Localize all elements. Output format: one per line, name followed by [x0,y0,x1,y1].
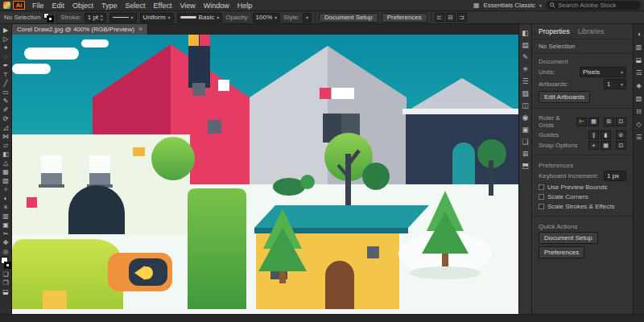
asset-export-panel-icon[interactable]: ⬒ [519,159,531,171]
stroke-swatch[interactable] [47,16,53,22]
magic-wand-tool[interactable]: ✶ [0,43,11,52]
variable-width-dropdown[interactable]: ▾ [109,13,137,23]
fill-stroke-swatches[interactable] [2,258,10,268]
snap-to-grid-icon[interactable]: ⊞ [604,118,614,126]
document-setup-button[interactable]: Document Setup [319,13,378,23]
eyedropper-tool[interactable]: ✧ [0,185,11,194]
direct-selection-tool[interactable]: ▷ [0,35,11,43]
document-tab[interactable]: Corel Draw2.jpg @ 400% (RGB/Preview) × [12,24,148,35]
menu-effect[interactable]: Effect [150,2,176,10]
checkbox-scale-corners[interactable]: Scale Corners [539,193,626,200]
checkbox-box[interactable] [539,184,544,190]
pixel-grid-icon[interactable]: ⊡ [616,118,626,126]
stroke-swatch[interactable] [5,262,10,268]
opacity-dropdown[interactable]: 100% ▾ [253,13,280,23]
style-dropdown[interactable]: ▾ [303,13,312,23]
menu-object[interactable]: Object [68,2,97,10]
layers-panel-icon[interactable]: ❏ [519,135,531,147]
scale-tool[interactable]: ◿ [0,123,11,132]
artboards-panel-icon[interactable]: ⊞ [519,147,531,159]
align-left-icon[interactable]: ⊏ [435,13,444,22]
quick-action-preferences[interactable]: Preferences [539,246,584,258]
selection-tool[interactable]: ▶ [0,26,11,35]
align-panel-icon[interactable]: ⊟ [634,105,644,118]
hand-tool[interactable]: ✥ [0,238,11,247]
keyboard-increment-input[interactable]: 1 px [604,171,626,181]
canvas[interactable] [12,35,518,314]
stroke-weight-input[interactable]: 1 pt ▴ ▾ [85,13,106,23]
draw-behind-mode-icon[interactable]: ❐ [0,279,11,287]
menu-file[interactable]: File [28,2,48,10]
blend-tool[interactable]: ◐ [0,194,11,203]
menu-window[interactable]: Window [200,2,233,10]
info-panel-icon[interactable]: ▥ [634,40,644,53]
checkbox-box[interactable] [539,194,544,200]
rotate-tool[interactable]: ⟳ [0,114,11,123]
snap-to-pixel-icon[interactable]: ▦ [601,141,611,150]
free-transform-tool[interactable]: ▱ [0,141,11,150]
brush-definition-dropdown[interactable]: Basic ▾ [177,13,223,23]
rectangle-tool[interactable]: ▭ [0,88,11,97]
show-grid-icon[interactable]: ▦ [588,118,599,126]
symbol-sprayer-tool[interactable]: ✳ [0,203,11,212]
shape-builder-tool[interactable]: ◧ [0,150,11,159]
menu-edit[interactable]: Edit [48,2,69,10]
draw-normal-mode-icon[interactable]: ❏ [0,270,11,279]
artboards-value[interactable]: 1 ▾ [604,79,626,89]
actions-panel-icon[interactable]: ⬓ [634,53,644,66]
pathfinder-panel-icon[interactable]: ▧ [634,92,644,105]
column-graph-tool[interactable]: ▥ [0,212,11,221]
stepper[interactable]: ▴ ▾ [101,14,103,22]
color-panel-icon[interactable]: ◧ [519,27,531,39]
stock-search-input[interactable]: Search Adobe Stock [546,1,641,10]
clear-guides-icon[interactable]: ⊘ [616,130,626,139]
units-dropdown[interactable]: Pixels ▾ [580,67,626,77]
transform-panel-icon[interactable]: ◇ [634,118,644,130]
tab-libraries[interactable]: Libraries [578,27,605,35]
type-tool[interactable]: T [0,70,11,79]
menu-help[interactable]: Help [233,2,257,10]
line-segment-tool[interactable]: ╱ [0,79,11,88]
navigator-panel-icon[interactable]: ◈ [634,79,644,92]
checkbox-use-preview-bounds[interactable]: Use Preview Bounds [539,184,626,191]
appearance-panel-icon[interactable]: ◉ [519,111,531,123]
align-right-icon[interactable]: ⊐ [457,13,467,22]
checkbox-scale-strokes-effects[interactable]: Scale Strokes & Effects [539,203,626,210]
stroke-panel-icon[interactable]: ☰ [519,75,531,87]
gradient-tool[interactable]: ▧ [0,176,11,185]
pencil-tool[interactable]: ✐ [0,105,11,114]
close-icon[interactable]: × [138,26,142,33]
lock-guides-icon[interactable]: ▮ [601,130,611,139]
paintbrush-tool[interactable]: ✎ [0,97,11,105]
brushes-panel-icon[interactable]: ✎ [519,51,531,63]
zoom-tool[interactable]: ◎ [0,247,11,256]
menu-select[interactable]: Select [122,2,150,10]
align-center-icon[interactable]: ⊟ [446,13,456,22]
graphic-styles-panel-icon[interactable]: ▣ [519,123,531,135]
mesh-tool[interactable]: ▦ [0,167,11,176]
history-panel-icon[interactable]: ☰ [634,130,644,143]
width-profile-dropdown[interactable]: Uniform ▾ [140,13,174,23]
width-tool[interactable]: ⋈ [0,132,11,141]
workspace-label[interactable]: Essentials Classic [484,2,535,9]
quick-action-document-setup[interactable]: Document Setup [539,232,598,244]
screen-mode-icon[interactable]: ⬓ [0,287,11,296]
libraries-panel-icon[interactable]: ◑ [634,27,644,40]
gradient-panel-icon[interactable]: ▨ [519,87,531,99]
menu-type[interactable]: Type [97,2,122,10]
symbols-panel-icon[interactable]: ✳ [519,63,531,75]
preferences-button[interactable]: Preferences [382,13,427,23]
snap-to-point-icon[interactable]: ⌖ [588,141,599,150]
tab-properties[interactable]: Properties [539,27,570,35]
perspective-grid-tool[interactable]: △ [0,159,11,167]
menu-view[interactable]: View [175,2,199,10]
slice-tool[interactable]: ✂ [0,229,11,238]
fill-stroke-control[interactable] [43,13,53,22]
transparency-panel-icon[interactable]: ◫ [519,99,531,111]
links-panel-icon[interactable]: ☲ [634,66,644,79]
show-rulers-icon[interactable]: ⊢ [576,118,587,126]
swatches-panel-icon[interactable]: ▤ [519,39,531,51]
pen-tool[interactable]: ✒ [0,61,11,70]
artboard-tool[interactable]: ▣ [0,221,11,229]
workspace-switcher-icon[interactable]: ▦ [473,2,480,9]
